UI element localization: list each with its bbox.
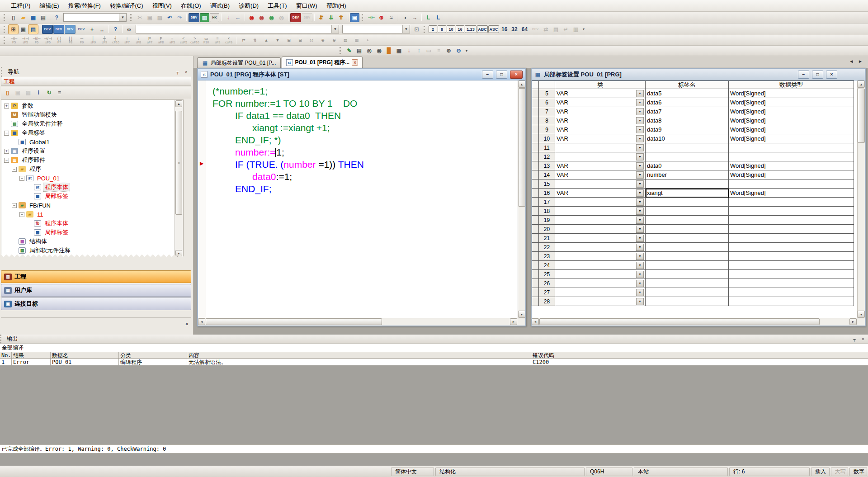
redo-icon[interactable]: ↷: [175, 13, 184, 22]
data-properties-icon[interactable]: i: [34, 88, 43, 97]
tree-item-fb-11[interactable]: −▰11: [1, 210, 183, 219]
collapse-all-icon[interactable]: ⊟: [295, 36, 306, 45]
row-number-cell[interactable]: 24: [539, 261, 555, 270]
bit-width-32-button[interactable]: 32: [509, 26, 519, 33]
row-number-cell[interactable]: 14: [539, 170, 555, 179]
comment-edit-icon[interactable]: ▥: [351, 36, 362, 45]
bit-width-64-button[interactable]: 64: [520, 26, 529, 33]
window-select-combo[interactable]: ▼: [63, 13, 127, 22]
row-number-cell[interactable]: 22: [539, 243, 555, 252]
zoom-source-find-icon[interactable]: ◎: [364, 46, 374, 55]
st-edit-mode-icon[interactable]: ✎: [344, 46, 354, 55]
scroll-up-icon[interactable]: ▲: [175, 100, 182, 107]
tree-item-structured-data-types[interactable]: ▦结构体: [1, 237, 183, 246]
scroll-left-icon[interactable]: ◄: [198, 318, 205, 325]
row-number-cell[interactable]: 20: [539, 225, 555, 234]
row-margin-cell[interactable]: [532, 189, 539, 198]
display-ascii-icon[interactable]: ASC: [488, 25, 499, 33]
class-cell[interactable]: ▼: [555, 261, 646, 270]
close-window-icon[interactable]: ×: [510, 71, 523, 79]
step-execution-icon[interactable]: →: [410, 13, 420, 22]
code-line-2[interactable]: FOR number:=1 TO 10 BY 1 DO: [206, 97, 518, 109]
name-cell[interactable]: [646, 279, 729, 288]
tab-scroll-left-icon[interactable]: ◄: [849, 59, 854, 64]
name-cell[interactable]: [646, 207, 729, 216]
device-display-3-icon[interactable]: DEV: [65, 25, 75, 34]
refresh-view-icon[interactable]: ↻: [44, 88, 54, 97]
rising-pulse-icon[interactable]: ↑sF7: [122, 36, 132, 45]
type-cell[interactable]: Word[Signed]: [729, 170, 854, 179]
falling-pulse-icon[interactable]: ↓sF8: [133, 36, 144, 45]
class-dropdown-icon[interactable]: ▼: [636, 289, 644, 296]
zoom-out-icon[interactable]: ⊖: [454, 46, 463, 55]
type-cell[interactable]: [729, 216, 854, 225]
type-cell[interactable]: Word[Signed]: [729, 107, 854, 116]
find-binoculars-icon[interactable]: ∞: [124, 25, 134, 34]
display-real-icon[interactable]: 1.23: [465, 25, 476, 33]
name-cell[interactable]: [646, 143, 729, 152]
class-dropdown-icon[interactable]: ▼: [636, 117, 644, 124]
sampling-trace-icon[interactable]: ◑: [400, 13, 410, 22]
row-number-cell[interactable]: 6: [539, 98, 555, 107]
tree-item-program-setting[interactable]: +▣程序设置: [1, 146, 183, 156]
name-cell[interactable]: [646, 297, 729, 306]
device-comment-edit-icon[interactable]: ▉: [384, 46, 394, 55]
type-cell[interactable]: [729, 152, 854, 161]
falling-pulse-branch-icon[interactable]: FaF8: [156, 36, 166, 45]
toolbar-drag-handle[interactable]: [362, 14, 364, 21]
copy-data-icon[interactable]: ▣: [13, 88, 23, 97]
tree-expander-icon[interactable]: −: [4, 131, 9, 136]
row-number-cell[interactable]: 7: [539, 107, 555, 116]
name-cell[interactable]: [646, 198, 729, 207]
class-dropdown-icon[interactable]: ▼: [636, 135, 644, 142]
pin-icon[interactable]: ┬: [851, 336, 858, 342]
expand-all-icon[interactable]: ⊞: [283, 36, 294, 45]
close-contact-icon[interactable]: ⊣/⊢F6: [31, 36, 42, 45]
row-margin-cell[interactable]: [532, 170, 539, 179]
tree-item-intelligent-function-module[interactable]: M智能功能模块: [1, 110, 183, 119]
tree-item-pou-01[interactable]: −stPOU_01: [1, 174, 183, 183]
tree-item-fb-fun[interactable]: −▰FB/FUN: [1, 201, 183, 210]
watch-stop-icon[interactable]: ◎: [277, 13, 286, 22]
dropdown-arrow-icon[interactable]: ▼: [402, 25, 410, 33]
toolbar-overflow-icon[interactable]: ▾: [581, 25, 586, 33]
read-header-icon[interactable]: ↑: [414, 46, 424, 55]
toolbar-drag-handle[interactable]: [4, 26, 6, 33]
name-cell[interactable]: xiangt: [646, 189, 729, 198]
tab-local-label-settings[interactable]: ▦局部标签设置 POU_01 [P...: [197, 57, 281, 68]
class-cell[interactable]: VAR▼: [555, 170, 646, 179]
new-project-icon[interactable]: ▯: [9, 13, 18, 22]
name-cell[interactable]: [646, 270, 729, 279]
insert-column-icon[interactable]: ⇅: [250, 36, 260, 45]
row-margin-cell[interactable]: [532, 270, 539, 279]
display-hex-icon[interactable]: 16: [456, 25, 464, 33]
row-number-cell[interactable]: 12: [539, 152, 555, 161]
row-number-cell[interactable]: 11: [539, 143, 555, 152]
row-number-cell[interactable]: 26: [539, 279, 555, 288]
tab-pou-01-program-body[interactable]: stPOU_01 [PRG] 程序...×: [282, 57, 363, 68]
row-margin-cell[interactable]: [532, 234, 539, 243]
type-cell[interactable]: Word[Signed]: [729, 116, 854, 125]
class-cell[interactable]: VAR▼: [555, 161, 646, 170]
pin-icon[interactable]: ┬: [174, 69, 181, 75]
row-number-cell[interactable]: 18: [539, 207, 555, 216]
list-display-icon[interactable]: ▤: [340, 36, 351, 45]
name-cell[interactable]: [646, 234, 729, 243]
dropdown-arrow-icon[interactable]: ▼: [119, 14, 126, 21]
type-cell[interactable]: [729, 225, 854, 234]
tree-item-fb-11-program-body[interactable]: fb程序本体: [1, 219, 183, 228]
scroll-thumb[interactable]: [206, 318, 382, 325]
pulse-result-rise-icon[interactable]: <caF5: [178, 36, 189, 45]
display-options-icon[interactable]: ‥: [97, 25, 107, 34]
tree-expander-icon[interactable]: +: [4, 104, 9, 109]
row-margin-cell[interactable]: [532, 198, 539, 207]
class-dropdown-icon[interactable]: ▼: [636, 162, 644, 170]
class-cell[interactable]: ▼: [555, 179, 646, 189]
sort-menu-icon[interactable]: ≡: [55, 88, 64, 97]
type-cell[interactable]: [729, 279, 854, 288]
class-cell[interactable]: VAR▼: [555, 116, 646, 125]
paste-icon[interactable]: ▨: [155, 13, 165, 22]
code-line-7[interactable]: IF (TRUE. (number =1)) THEN: [206, 158, 518, 170]
view-selector-overflow[interactable]: »: [185, 320, 189, 327]
inline-st-box-icon[interactable]: ▭F10: [201, 36, 212, 45]
